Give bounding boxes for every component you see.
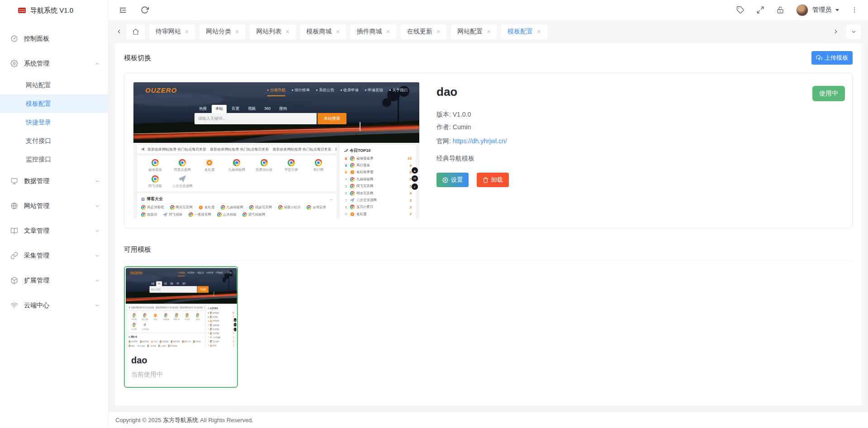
fab-top-icon[interactable]: ▲ (412, 167, 418, 174)
preview-blog-item[interactable]: 如懿坊 (141, 212, 157, 217)
tab-close-icon[interactable]: × (436, 28, 440, 35)
sidebar-item-extend[interactable]: 扩展管理 (0, 268, 108, 293)
preview-search-tab[interactable]: 360 (261, 105, 274, 113)
preview-search-tab[interactable]: 热搜 (195, 105, 210, 113)
preview-search-tab[interactable]: 视频 (244, 105, 259, 113)
preview-nav-link[interactable]: 系统公告 (316, 88, 334, 93)
unlock-icon[interactable] (776, 6, 784, 14)
preview-blog-item[interactable]: 风迟博客吧 (129, 340, 138, 343)
preview-search-tab[interactable]: 视频 (169, 281, 175, 286)
preview-blog-item[interactable]: 霸气模板网 (168, 345, 177, 348)
preview-blog-item[interactable]: 九妹模板网 (221, 205, 244, 210)
preview-search-tab[interactable]: 本站 (212, 105, 227, 113)
preview-blog-item[interactable]: 网高写真网 (140, 340, 149, 343)
preview-search-input[interactable]: 请输入关键词... (150, 286, 197, 293)
preview-app-item[interactable]: 阿里云盘网 (139, 313, 150, 321)
preview-top10-row[interactable]: ♛名站收录屋6 (344, 169, 412, 176)
fab-theme-icon[interactable]: ◐ (234, 328, 236, 331)
preview-top10-row[interactable]: 7二次元资源网3 (344, 197, 412, 203)
preview-app-item[interactable]: 九妹模板网 (223, 159, 250, 172)
preview-nav-link[interactable]: 分类导航 (178, 271, 185, 274)
preview-app-item[interactable]: 九妹模板网 (161, 313, 171, 321)
preview-blog-item[interactable]: 名站屋 (151, 340, 157, 343)
preview-search-tab[interactable]: 搜狗 (181, 281, 187, 286)
preview-app-item[interactable]: 秘塔搜索 (142, 159, 169, 172)
preview-search-tab[interactable]: 搜狗 (275, 105, 290, 113)
sidebar-item-collect[interactable]: 采集管理 (0, 243, 108, 268)
preview-app-item[interactable]: 笔墨知识库 (251, 159, 278, 172)
fab-mail-icon[interactable]: ✉ (412, 175, 418, 182)
sidebar-subitem-monitor[interactable]: 监控接口 (0, 150, 108, 169)
fab-top-icon[interactable]: ▲ (234, 318, 236, 322)
preview-app-item[interactable]: 阿里云盘网 (169, 159, 196, 172)
preview-nav-link[interactable]: 系统公告 (197, 271, 204, 274)
preview-top10-row[interactable]: ♛秘塔搜索界18 (344, 155, 412, 162)
sidebar-subitem-quick-login[interactable]: 快捷登录 (0, 113, 108, 132)
preview-top10-row[interactable]: 6明水写真网4 (344, 190, 412, 197)
preview-blog-item[interactable]: 阿飞模板 (137, 345, 145, 348)
preview-blog-item[interactable]: 网高写真网 (170, 205, 193, 210)
preview-top10-row[interactable]: 4九妹模板网5 (344, 176, 412, 183)
tabs-menu-icon[interactable] (846, 24, 861, 39)
preview-top10-row[interactable]: ♛名站收录屋6 (208, 319, 234, 323)
settings-button[interactable]: 设置 (436, 173, 469, 187)
preview-top10-row[interactable]: 5阿飞写真网5 (208, 327, 234, 331)
available-template-card[interactable]: OUZERO 分类导航排行榜单系统公告收录申请申请友链关于我们 热搜本站百度视频… (124, 266, 238, 388)
preview-blog-item[interactable]: 紫夜小站日 (182, 340, 191, 343)
preview-blog-item[interactable]: 山水模板 (158, 345, 166, 348)
preview-search-tab[interactable]: 本站 (156, 281, 162, 286)
preview-search-button[interactable]: 本站搜索 (318, 113, 346, 124)
preview-top10-row[interactable]: ♛风行搜索9 (344, 162, 412, 169)
preview-nav-link[interactable]: 关于我们 (389, 88, 408, 93)
tab-item[interactable]: 模板商城× (300, 24, 346, 39)
preview-app-item[interactable]: 宇宙日梦 (278, 159, 305, 172)
preview-blog-item[interactable]: 霸气模板网 (242, 212, 266, 217)
preview-top10-row[interactable]: ♛风行搜索9 (208, 315, 234, 319)
tab-item[interactable]: 在线更新× (401, 24, 446, 39)
preview-search-tab[interactable]: 热搜 (150, 281, 156, 286)
preview-top10-row[interactable]: 4九妹模板网5 (208, 323, 234, 327)
tab-close-icon[interactable]: × (487, 28, 490, 35)
preview-blog-item[interactable]: 残缺写真网 (171, 340, 180, 343)
preview-blog-item[interactable]: 如懿坊 (129, 345, 135, 348)
preview-app-item[interactable]: 风行网 (192, 313, 203, 321)
preview-search-tab[interactable]: 百度 (162, 281, 168, 286)
preview-blog-item[interactable]: 阿飞模板 (163, 212, 183, 217)
tab-item[interactable]: 待审网站× (149, 24, 195, 39)
preview-blog-item[interactable]: 名站屋 (199, 205, 215, 210)
preview-blog-item[interactable]: 山水模板 (217, 212, 237, 217)
tab-item[interactable]: 插件商城× (351, 24, 396, 39)
preview-nav-link[interactable]: 收录申请 (341, 88, 359, 93)
preview-app-item[interactable]: 笔墨知识库 (171, 313, 182, 321)
sidebar-item-website[interactable]: 网站管理 (0, 193, 108, 218)
preview-blog-item[interactable]: 一夜搜资网 (189, 212, 212, 217)
preview-blog-item[interactable]: 全球目录 (307, 205, 326, 210)
preview-nav-link[interactable]: 收录申请 (206, 271, 213, 274)
sidebar-subitem-template-config[interactable]: 模板配置 (0, 94, 108, 113)
template-site-link[interactable]: https://dh.yhrjwl.cn/ (453, 137, 507, 145)
fab-theme-icon[interactable]: ◐ (412, 183, 418, 190)
preview-search-input[interactable]: 请输入关键词... (194, 113, 317, 124)
tab-item-active[interactable]: 模板配置× (501, 24, 547, 39)
tab-close-icon[interactable]: × (285, 28, 289, 35)
tab-close-icon[interactable]: × (386, 28, 390, 35)
tab-item[interactable]: 网站分类× (199, 24, 245, 39)
sidebar-item-cloud[interactable]: 云端中心 (0, 293, 108, 318)
preview-nav-link[interactable]: 分类导航 (267, 88, 285, 93)
preview-nav-link[interactable]: 关于我们 (225, 271, 232, 274)
tab-close-icon[interactable]: × (185, 28, 189, 35)
preview-top10-row[interactable]: 6明水写真网4 (208, 331, 234, 335)
preview-nav-link[interactable]: 排行榜单 (292, 88, 310, 93)
preview-blog-item[interactable]: 紫夜小站日 (278, 205, 301, 210)
sidebar-item-article[interactable]: 文章管理 (0, 218, 108, 243)
preview-top10-row[interactable]: 5阿飞写真网5 (344, 183, 412, 190)
sidebar-subitem-site-config[interactable]: 网站配置 (0, 76, 108, 94)
tab-close-icon[interactable]: × (537, 28, 541, 35)
sidebar-subitem-payment[interactable]: 支付接口 (0, 132, 108, 150)
tab-item[interactable]: 网站配置× (451, 24, 497, 39)
tabs-scroll-right-icon[interactable] (833, 28, 839, 35)
preview-blog-item[interactable]: 全球目录 (193, 340, 201, 343)
preview-top10-row[interactable]: 8宝贝小窝日3 (208, 339, 234, 343)
preview-nav-link[interactable]: 排行榜单 (187, 271, 194, 274)
preview-search-tab[interactable]: 百度 (228, 105, 243, 113)
